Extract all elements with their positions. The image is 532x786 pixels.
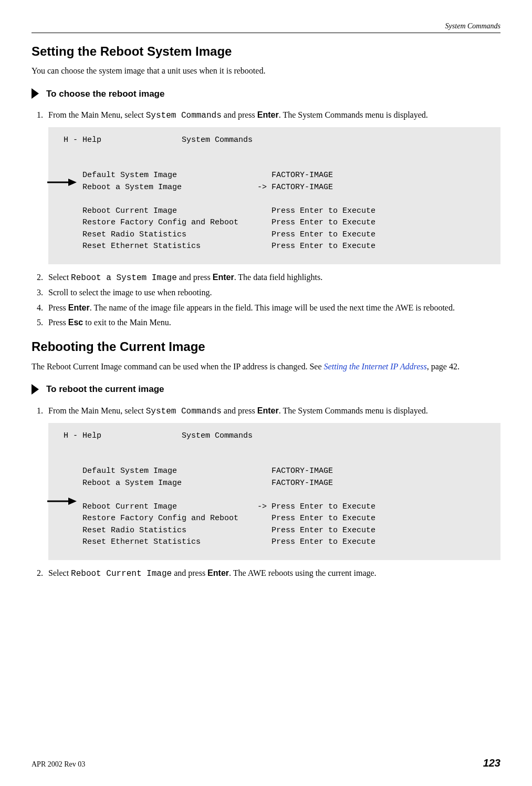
list-item: Scroll to select the image to use when r… xyxy=(45,287,500,298)
svg-marker-3 xyxy=(32,384,39,395)
step-text: and press xyxy=(222,406,257,415)
section2-code-block-wrapper: H - Help System Commands Default System … xyxy=(48,423,500,560)
footer-revision: APR 2002 Rev 03 xyxy=(32,759,85,770)
step-bold: Enter xyxy=(68,303,90,312)
header-rule xyxy=(32,33,500,33)
step-code: Reboot a System Image xyxy=(71,273,177,283)
step-text: and press xyxy=(222,110,257,119)
step-code: System Commands xyxy=(146,407,222,416)
step-text: From the Main Menu, select xyxy=(48,406,146,415)
step-bold: Enter xyxy=(213,273,234,282)
section2-procedure-heading-text: To reboot the current image xyxy=(46,383,164,396)
arrow-right-icon xyxy=(32,88,41,99)
section2-intro: The Reboot Current Image command can be … xyxy=(32,361,500,373)
footer-page-number: 123 xyxy=(483,756,500,770)
section1-procedure-heading: To choose the reboot image xyxy=(32,88,500,100)
section1-steps: From the Main Menu, select System Comman… xyxy=(32,109,500,328)
svg-marker-2 xyxy=(68,179,77,186)
section1-intro: You can choose the system image that a u… xyxy=(32,65,500,77)
step-bold: Enter xyxy=(207,568,229,577)
section2-title: Rebooting the Current Image xyxy=(32,338,500,356)
step-text: . The name of the image file appears in … xyxy=(90,303,455,312)
step-text: From the Main Menu, select xyxy=(48,110,146,119)
section1-title: Setting the Reboot System Image xyxy=(32,43,500,60)
section1-procedure-heading-text: To choose the reboot image xyxy=(46,88,164,100)
section1-code-block: H - Help System Commands Default System … xyxy=(48,127,500,264)
section2-intro-link[interactable]: Setting the Internet IP Address xyxy=(324,362,427,371)
step-code: System Commands xyxy=(146,111,222,120)
page-footer: APR 2002 Rev 03 123 xyxy=(32,756,500,770)
svg-marker-5 xyxy=(68,498,77,505)
step-text: Press xyxy=(48,303,68,312)
section2-steps: From the Main Menu, select System Comman… xyxy=(32,405,500,580)
step-text: Select xyxy=(48,273,71,282)
section2-code-block: H - Help System Commands Default System … xyxy=(48,423,500,560)
step-bold: Esc xyxy=(68,318,83,327)
step-bold: Enter xyxy=(257,110,279,119)
pointer-arrow-icon xyxy=(47,179,78,186)
pointer-arrow-icon xyxy=(47,498,78,505)
arrow-right-icon xyxy=(32,384,41,395)
list-item: From the Main Menu, select System Comman… xyxy=(45,109,500,264)
step-text: and press xyxy=(172,568,207,577)
step-text: Press xyxy=(48,318,68,327)
step-bold: Enter xyxy=(257,406,279,415)
step-text: . The data field highlights. xyxy=(234,273,323,282)
svg-marker-0 xyxy=(32,88,39,99)
step-text: to exit to the Main Menu. xyxy=(83,318,171,327)
list-item: Press Enter. The name of the image file … xyxy=(45,302,500,314)
step-code: Reboot Current Image xyxy=(71,569,172,578)
step-text: Select xyxy=(48,568,71,577)
list-item: Press Esc to exit to the Main Menu. xyxy=(45,317,500,328)
section2-intro-text: The Reboot Current Image command can be … xyxy=(32,362,324,371)
step-text: . The System Commands menu is displayed. xyxy=(279,406,428,415)
section2-intro-text2: , page 42. xyxy=(427,362,460,371)
section2-procedure-heading: To reboot the current image xyxy=(32,383,500,396)
list-item: Select Reboot Current Image and press En… xyxy=(45,567,500,580)
step-text: . The AWE reboots using the current imag… xyxy=(229,568,377,577)
list-item: Select Reboot a System Image and press E… xyxy=(45,272,500,284)
step-text: . The System Commands menu is displayed. xyxy=(279,110,428,119)
list-item: From the Main Menu, select System Comman… xyxy=(45,405,500,560)
section1-code-block-wrapper: H - Help System Commands Default System … xyxy=(48,127,500,264)
header-section-label: System Commands xyxy=(32,21,500,32)
step-text: and press xyxy=(177,273,213,282)
